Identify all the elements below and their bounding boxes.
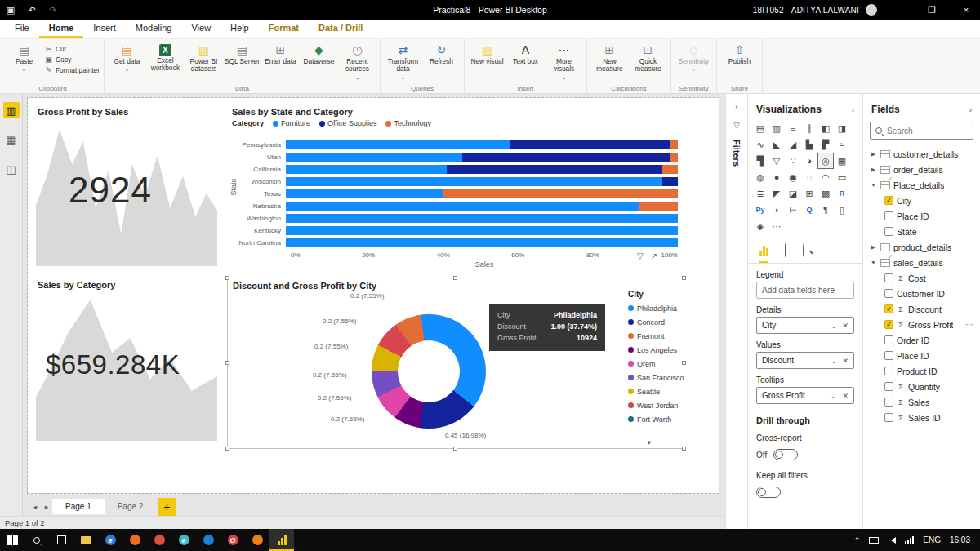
menu-tab-file[interactable]: File bbox=[5, 20, 39, 38]
bar-segment[interactable] bbox=[286, 189, 443, 198]
filter-icon[interactable]: ▽ bbox=[637, 251, 644, 260]
bar-segment[interactable] bbox=[662, 177, 678, 186]
field-row-sales-id[interactable]: ΣSales ID bbox=[863, 410, 980, 425]
account-name[interactable]: 18IT052 - ADITYA LALWANI bbox=[753, 6, 859, 15]
menu-tab-view[interactable]: View bbox=[181, 20, 220, 38]
field-checkbox[interactable] bbox=[884, 351, 893, 360]
bar-segment[interactable] bbox=[286, 238, 678, 247]
field-row-state[interactable]: State bbox=[863, 224, 980, 239]
power-bi[interactable] bbox=[270, 529, 294, 551]
smart-narrative-icon[interactable]: ¶ bbox=[818, 202, 833, 217]
ribbon-button-excel-workbook[interactable]: XExcel workbook bbox=[147, 41, 184, 83]
bar-segment[interactable] bbox=[286, 153, 462, 162]
ribbon-button-text-box[interactable]: AText box bbox=[507, 41, 544, 83]
volume-tray-icon[interactable] bbox=[888, 537, 896, 544]
edge-browser[interactable]: e bbox=[98, 529, 122, 551]
save-icon[interactable]: ▣ bbox=[0, 5, 21, 16]
more-visuals-icon[interactable]: ⋯ bbox=[769, 219, 784, 233]
bar-segment[interactable] bbox=[510, 140, 670, 149]
multi-row-card-icon[interactable]: ≣ bbox=[753, 186, 768, 201]
model-view-icon[interactable]: ◫ bbox=[3, 161, 20, 177]
stacked-bar-chart-icon[interactable]: ▤ bbox=[753, 121, 768, 136]
menu-tab-data-drill[interactable]: Data / Drill bbox=[309, 20, 372, 38]
undo-icon[interactable]: ↶ bbox=[21, 5, 42, 16]
field-checkbox[interactable]: ✓ bbox=[884, 304, 893, 313]
ribbon-button-refresh[interactable]: ↻Refresh bbox=[423, 41, 460, 83]
field-row-quantity[interactable]: ΣQuantity bbox=[863, 379, 980, 394]
chevron-down-icon[interactable]: ▼ bbox=[870, 182, 877, 188]
kpi-icon[interactable]: ◤ bbox=[769, 186, 784, 201]
search-button[interactable] bbox=[24, 529, 49, 551]
remove-field-icon[interactable]: ✕ bbox=[842, 322, 849, 330]
shape-map-icon[interactable]: ◉ bbox=[786, 170, 800, 184]
map-icon[interactable]: ◍ bbox=[753, 170, 768, 184]
field-checkbox[interactable] bbox=[884, 227, 893, 236]
chevron-down-icon[interactable]: ⌄ bbox=[831, 357, 837, 365]
visual-sales-by-category-card[interactable]: Sales by Category $659.284K bbox=[33, 278, 220, 446]
field-pill[interactable]: City bbox=[762, 321, 776, 330]
ribbon-button-transform-data[interactable]: ⇄Transform data⌄ bbox=[385, 41, 421, 83]
paginated-report-icon[interactable]: ▯ bbox=[835, 202, 849, 217]
key-influencers-icon[interactable]: ◖ bbox=[769, 202, 784, 217]
ribbon-button-new-visual[interactable]: ▥New visual bbox=[469, 41, 506, 83]
collapse-pane-icon[interactable]: › bbox=[852, 105, 854, 114]
legend-item[interactable]: Philadelphia bbox=[628, 301, 684, 315]
start-button[interactable] bbox=[0, 529, 24, 551]
visual-gross-profit-card[interactable]: Gross Profit by Sales 2924 bbox=[33, 104, 220, 271]
field-checkbox[interactable] bbox=[884, 273, 893, 282]
avatar[interactable] bbox=[866, 4, 877, 16]
treemap-icon[interactable]: ▦ bbox=[835, 153, 849, 168]
remove-field-icon[interactable]: ✕ bbox=[842, 392, 849, 400]
table-row-order-details[interactable]: ▶order_details bbox=[863, 162, 980, 177]
field-row-place-id[interactable]: Place ID bbox=[863, 208, 980, 224]
legend-item[interactable]: Orem bbox=[628, 357, 684, 371]
more-options-icon[interactable]: ⋯ bbox=[665, 251, 673, 260]
legend-item[interactable]: Los Angeles bbox=[628, 343, 684, 357]
azure-map-icon[interactable]: ◌ bbox=[802, 170, 817, 184]
bar-segment[interactable] bbox=[443, 189, 678, 198]
field-checkbox[interactable] bbox=[884, 398, 893, 407]
field-row-city[interactable]: ✓City bbox=[863, 193, 980, 208]
table-row-product-details[interactable]: ▶product_details bbox=[863, 239, 980, 255]
table-icon[interactable]: ⊞ bbox=[802, 186, 817, 201]
ribbon-button-paste[interactable]: ▤Paste⌄ bbox=[6, 41, 42, 83]
opera-browser[interactable]: O bbox=[220, 529, 245, 551]
format-tab[interactable] bbox=[785, 244, 786, 263]
field-row-cost[interactable]: ΣCost bbox=[863, 270, 980, 286]
field-row-product-id[interactable]: Product ID bbox=[863, 363, 980, 379]
tab-page-1[interactable]: Page 1 bbox=[52, 499, 105, 514]
task-view-button[interactable] bbox=[49, 529, 74, 551]
clustered-column-chart-icon[interactable]: ∥ bbox=[802, 121, 817, 136]
keep-all-filters-toggle[interactable] bbox=[756, 487, 781, 498]
bar-segment[interactable] bbox=[286, 214, 678, 223]
field-checkbox[interactable]: ✓ bbox=[884, 196, 893, 205]
python-visual-icon[interactable]: Py bbox=[753, 202, 768, 217]
ribbon-button-format-painter[interactable]: ✎Format painter bbox=[44, 66, 100, 74]
bar-segment[interactable] bbox=[662, 165, 678, 174]
bar-segment[interactable] bbox=[670, 140, 678, 149]
ribbon-button-publish[interactable]: ⇧Publish bbox=[721, 41, 758, 83]
field-row-place-id[interactable]: Place ID bbox=[863, 348, 980, 363]
bar-segment[interactable] bbox=[286, 177, 662, 186]
line-and-stacked-column-chart-icon[interactable]: ▙ bbox=[802, 137, 817, 152]
field-row-gross-profit[interactable]: ✓ΣGross Profit⋯ bbox=[863, 317, 980, 332]
analytics-tab[interactable] bbox=[803, 244, 804, 263]
fields-tab[interactable] bbox=[760, 244, 768, 263]
r-script-visual-icon[interactable]: R bbox=[835, 186, 849, 201]
ribbon-button-more-visuals[interactable]: ⋯More visuals⌄ bbox=[546, 41, 582, 83]
selection-handle[interactable] bbox=[682, 447, 686, 451]
field-checkbox[interactable] bbox=[884, 367, 893, 375]
chevron-right-icon[interactable]: ▶ bbox=[870, 244, 877, 251]
next-page-icon[interactable]: ▸ bbox=[41, 503, 52, 511]
ribbon-button-get-data[interactable]: ▤Get data⌄ bbox=[109, 41, 145, 83]
visual-discount-donut[interactable]: Discount and Gross Profit by City 0.2 (7… bbox=[227, 278, 684, 449]
field-row-customer-id[interactable]: Customer ID bbox=[863, 286, 980, 301]
report-view-icon[interactable]: ▥ bbox=[3, 102, 20, 118]
display-tray-icon[interactable] bbox=[869, 537, 879, 544]
100-stacked-bar-chart-icon[interactable]: ◧ bbox=[818, 121, 833, 136]
values-field-well[interactable]: Discount ⌄✕ bbox=[756, 352, 854, 369]
network-tray-icon[interactable] bbox=[905, 536, 914, 544]
field-pill[interactable]: Gross Profit bbox=[762, 391, 805, 400]
firefox-browser[interactable] bbox=[122, 529, 147, 551]
remove-field-icon[interactable]: ✕ bbox=[842, 357, 849, 365]
